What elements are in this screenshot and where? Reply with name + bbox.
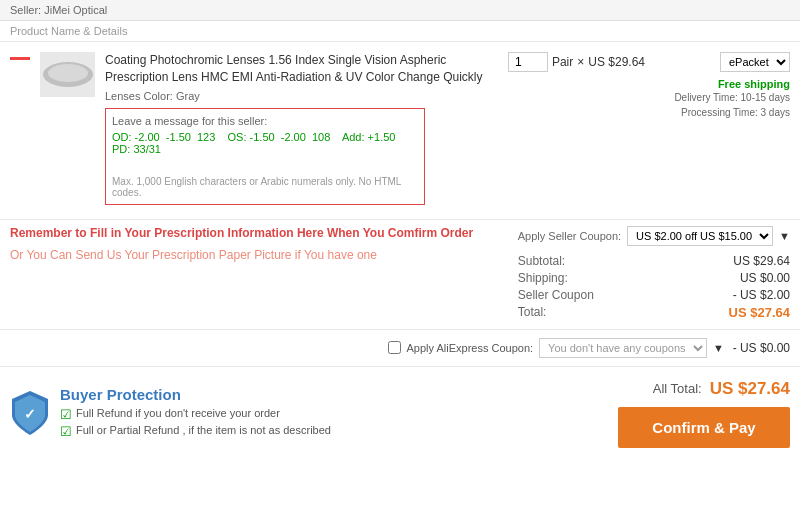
product-info: Coating Photochromic Lenses 1.56 Index S… [105,52,493,209]
message-label: Leave a message for this seller: [112,115,418,127]
total-pay-area: All Total: US $27.64 Confirm & Pay [610,379,790,448]
subtotal-row: Subtotal: US $29.64 [518,254,790,268]
svg-text:✓: ✓ [24,406,36,422]
message-box-container: Leave a message for this seller: Max. 1,… [105,108,425,205]
processing-label: Processing Time: [681,107,758,118]
shipping-row: Shipping: US $0.00 [518,271,790,285]
shipping-row-label: Shipping: [518,271,568,285]
shipping-area: ePacket ▼ Free shipping Delivery Time: 1… [660,52,790,120]
shipping-row-value: US $0.00 [740,271,790,285]
all-total-label: All Total: [653,381,702,396]
seller-coupon-label: Seller Coupon [518,288,594,302]
summary-area: Apply Seller Coupon: US $2.00 off US $15… [508,226,790,323]
bp-item-1: ☑ Full Refund if you don't receive your … [60,407,331,422]
message-hint: Max. 1,000 English characters or Arabic … [112,176,418,198]
seller-coupon-value: - US $2.00 [733,288,790,302]
bp-check-icon-2: ☑ [60,424,72,439]
product-color: Lenses Color: Gray [105,90,493,102]
bp-check-icon-1: ☑ [60,407,72,422]
summary-table: Subtotal: US $29.64 Shipping: US $0.00 S… [518,254,790,320]
seller-coupon-row: Seller Coupon - US $2.00 [518,288,790,302]
total-label: Total: [518,305,547,320]
buyer-protection: ✓ Buyer Protection ☑ Full Refund if you … [10,386,610,441]
coupon-row: Apply Seller Coupon: US $2.00 off US $15… [518,226,790,246]
color-label: Lenses Color: [105,90,173,102]
buyer-protection-text: Buyer Protection ☑ Full Refund if you do… [60,386,331,441]
seller-label: Seller: [10,4,41,16]
coupon-label: Apply Seller Coupon: [518,230,621,242]
multiply: × [577,55,584,69]
seller-bar: Seller: JiMei Optical [0,0,800,21]
shipping-method-row: ePacket ▼ [660,52,790,72]
delivery-label: Delivery Time: [674,92,737,103]
bp-text-1: Full Refund if you don't receive your or… [76,407,280,419]
notice-red: Remember to Fill in Your Prescription In… [10,226,508,240]
product-row: Coating Photochromic Lenses 1.56 Index S… [0,42,800,220]
seller-name: JiMei Optical [44,4,107,16]
all-total-value: US $27.64 [710,379,790,399]
delivery-time: 10-15 days [741,92,790,103]
confirm-pay-button[interactable]: Confirm & Pay [618,407,790,448]
subtotal-label: Subtotal: [518,254,565,268]
product-left-col [10,52,105,97]
shield-icon: ✓ [10,389,50,437]
qty-price-area: Pair × US $29.64 [508,52,645,72]
bp-text-2: Full or Partial Refund , if the item is … [76,424,331,436]
price: US $29.64 [588,55,645,69]
product-header-label: Product Name & Details [10,25,127,37]
message-textarea[interactable] [112,131,418,171]
color-value: Gray [176,90,200,102]
coupon-dropdown-icon: ▼ [779,230,790,242]
delivery-info: Delivery Time: 10-15 days Processing Tim… [660,90,790,120]
subtotal-value: US $29.64 [733,254,790,268]
notice-orange: Or You Can Send Us Your Prescription Pap… [10,248,508,262]
aliexpress-coupon-dropdown-icon: ▼ [713,342,724,354]
footer-row: ✓ Buyer Protection ☑ Full Refund if you … [0,367,800,460]
aliexpress-coupon-row: Apply AliExpress Coupon: You don't have … [0,329,800,367]
aliexpress-coupon-select[interactable]: You don't have any coupons [539,338,707,358]
aliexpress-coupon-label: Apply AliExpress Coupon: [407,342,534,354]
notice-summary-area: Remember to Fill in Your Prescription In… [0,220,800,329]
all-total-row: All Total: US $27.64 [653,379,790,399]
product-name: Coating Photochromic Lenses 1.56 Index S… [105,52,493,86]
product-dash [10,57,30,60]
quantity-input[interactable] [508,52,548,72]
bp-item-2: ☑ Full or Partial Refund , if the item i… [60,424,331,439]
notice-left: Remember to Fill in Your Prescription In… [10,226,508,323]
shipping-select[interactable]: ePacket [720,52,790,72]
product-header: Product Name & Details [0,21,800,42]
bp-title: Buyer Protection [60,386,331,403]
total-value: US $27.64 [729,305,790,320]
free-shipping: Free shipping [660,78,790,90]
unit: Pair [552,55,573,69]
product-image [40,52,95,97]
qty-price-row: Pair × US $29.64 [508,52,645,72]
processing-time: 3 days [761,107,790,118]
seller-coupon-select[interactable]: US $2.00 off US $15.00 [627,226,773,246]
aliexpress-coupon-amount: - US $0.00 [730,341,790,355]
aliexpress-coupon-checkbox[interactable] [388,341,401,354]
total-row: Total: US $27.64 [518,305,790,320]
